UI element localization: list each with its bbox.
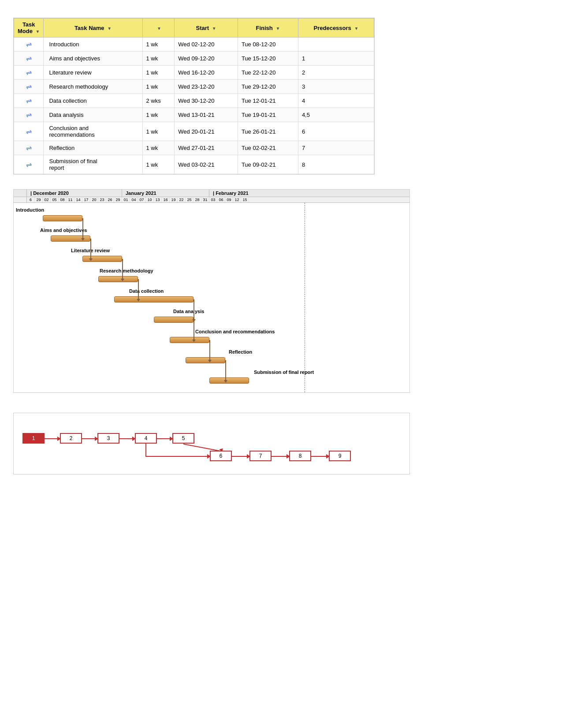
gantt-bar: [186, 357, 225, 363]
task-mode-icon: ⇌: [26, 144, 32, 152]
task-duration-cell: 1 wk: [142, 80, 175, 94]
col-header-start[interactable]: Start ▼: [175, 19, 238, 37]
gantt-connector-v: [90, 239, 91, 259]
net-connector-v: [145, 444, 146, 456]
task-mode-icon: ⇌: [26, 97, 32, 105]
task-start-cell: Wed 13-01-21: [175, 108, 238, 122]
gantt-chart: | December 2020 January 2021 | February …: [13, 189, 410, 393]
task-predecessors-cell: 6: [298, 122, 374, 141]
task-start-cell: Wed 27-01-21: [175, 141, 238, 155]
day-header: 04: [130, 197, 138, 202]
day-header: 02: [43, 197, 51, 202]
gantt-task-label: Data collection: [129, 288, 164, 294]
day-header: 13: [154, 197, 162, 202]
table-row: ⇌Introduction1 wkWed 02-12-20Tue 08-12-2…: [14, 37, 374, 52]
gantt-connector-v: [194, 299, 194, 320]
network-node-1: 1: [22, 433, 45, 444]
task-duration-cell: 1 wk: [142, 37, 175, 52]
table-row: ⇌Data analysis1 wkWed 13-01-21Tue 19-01-…: [14, 108, 374, 122]
task-name-cell: Submission of finalreport: [44, 155, 142, 174]
col-header-finish[interactable]: Finish ▼: [238, 19, 298, 37]
day-header: 11: [67, 197, 74, 202]
task-predecessors-cell: 7: [298, 141, 374, 155]
network-node-6: 6: [210, 451, 232, 461]
network-node-4: 4: [135, 433, 157, 444]
task-start-cell: Wed 30-12-20: [175, 94, 238, 108]
day-header: 20: [90, 197, 98, 202]
day-header: 15: [241, 197, 249, 202]
col-header-name[interactable]: Task Name ▼: [44, 19, 142, 37]
gantt-bar: [154, 317, 194, 323]
day-header: 28: [194, 197, 201, 202]
task-mode-icon: ⇌: [26, 82, 32, 91]
task-duration-cell: 1 wk: [142, 108, 175, 122]
day-header: 6: [27, 197, 35, 202]
gantt-connector-v: [82, 218, 83, 239]
task-start-cell: Wed 16-12-20: [175, 66, 238, 80]
day-header: 08: [59, 197, 67, 202]
gantt-task-label: Data analysis: [173, 309, 204, 314]
task-mode-cell: ⇌: [14, 66, 44, 80]
task-finish-cell: Tue 02-02-21: [238, 141, 298, 155]
day-header: 06: [217, 197, 225, 202]
table-row: ⇌Research methodology1 wkWed 23-12-20Tue…: [14, 80, 374, 94]
task-predecessors-cell: 3: [298, 80, 374, 94]
gantt-task-label: Conclusion and recommendations: [195, 329, 275, 334]
day-header: 29: [35, 197, 43, 202]
day-header: 29: [114, 197, 122, 202]
gantt-task-label: Research methodology: [100, 268, 153, 273]
day-header: 31: [201, 197, 209, 202]
task-mode-cell: ⇌: [14, 80, 44, 94]
task-predecessors-cell: [298, 37, 374, 52]
gantt-bar: [82, 256, 122, 262]
task-mode-icon: ⇌: [26, 54, 32, 63]
day-header: 17: [82, 197, 90, 202]
table-row: ⇌Literature review1 wkWed 16-12-20Tue 22…: [14, 66, 374, 80]
gantt-arrowhead: [208, 360, 212, 362]
gantt-connector-v: [225, 360, 226, 381]
table-row: ⇌Data collection2 wksWed 30-12-20Tue 12-…: [14, 94, 374, 108]
day-header: 16: [162, 197, 170, 202]
net-connector-h2: [145, 456, 210, 457]
task-mode-icon: ⇌: [26, 40, 32, 49]
task-name-cell: Aims and objectives: [44, 52, 142, 66]
task-predecessors-cell: 4,5: [298, 108, 374, 122]
gantt-arrowhead: [192, 340, 196, 342]
col-header-mode[interactable]: TaskMode ▼: [14, 19, 44, 37]
task-start-cell: Wed 03-02-21: [175, 155, 238, 174]
day-header: 14: [74, 197, 82, 202]
task-finish-cell: Tue 26-01-21: [238, 122, 298, 141]
gantt-connector-v: [209, 340, 210, 360]
task-name-cell: Literature review: [44, 66, 142, 80]
network-node-7: 7: [249, 451, 272, 461]
gantt-task-label: Reflection: [229, 349, 252, 355]
table-row: ⇌Conclusion andrecommendations1 wkWed 20…: [14, 122, 374, 141]
gantt-arrowhead: [89, 258, 93, 261]
task-table-container: TaskMode ▼ Task Name ▼ ▼ Start ▼ Finish …: [13, 18, 375, 175]
gantt-task-label: Submission of final report: [254, 370, 314, 375]
gantt-arrowhead: [224, 380, 227, 383]
task-predecessors-cell: 2: [298, 66, 374, 80]
network-node-9: 9: [329, 451, 351, 461]
gantt-arrowhead: [81, 238, 85, 241]
task-name-cell: Conclusion andrecommendations: [44, 122, 142, 141]
task-name-cell: Data collection: [44, 94, 142, 108]
network-node-3: 3: [97, 433, 119, 444]
gantt-task-label: Introduction: [16, 207, 44, 213]
col-header-predecessors[interactable]: Predecessors ▼: [298, 19, 374, 37]
col-header-duration[interactable]: ▼: [142, 19, 175, 37]
gantt-connector-v: [138, 279, 139, 299]
task-duration-cell: 1 wk: [142, 155, 175, 174]
task-predecessors-cell: 8: [298, 155, 374, 174]
task-finish-cell: Tue 22-12-20: [238, 66, 298, 80]
day-header: 23: [98, 197, 106, 202]
task-mode-icon: ⇌: [26, 111, 32, 119]
task-finish-cell: Tue 15-12-20: [238, 52, 298, 66]
task-finish-cell: Tue 09-02-21: [238, 155, 298, 174]
today-line: [305, 203, 305, 392]
task-predecessors-cell: 4: [298, 94, 374, 108]
task-mode-cell: ⇌: [14, 122, 44, 141]
day-header: 19: [170, 197, 178, 202]
gantt-arrowhead: [137, 299, 140, 302]
task-duration-cell: 1 wk: [142, 122, 175, 141]
